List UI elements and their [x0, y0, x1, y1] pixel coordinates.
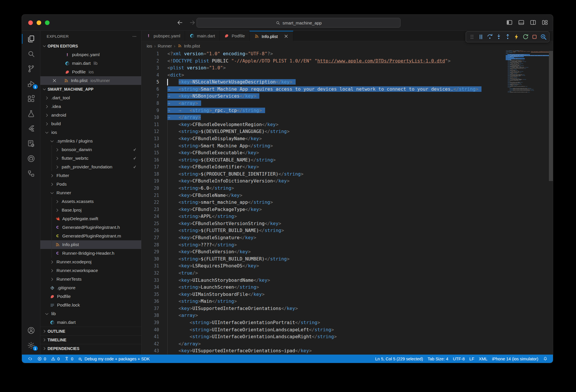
code-line[interactable]: 2<!DOCTYPE plist PUBLIC "-//Apple//DTD P…	[141, 58, 553, 65]
status-iphone[interactable]: iPhone 14 (ios simulator)	[490, 355, 541, 363]
tree-item-flutter_webrtc[interactable]: flutter_webrtc	[40, 154, 141, 163]
tree-item-GeneratedPluginRegistrant.m[interactable]: CGeneratedPluginRegistrant.m	[40, 232, 141, 240]
line-number[interactable]: 22	[141, 199, 159, 206]
forward-icon[interactable]	[189, 19, 196, 26]
code-line[interactable]: 6→ <string>Smart Machine App requires ac…	[141, 86, 553, 93]
line-number[interactable]: 33	[141, 277, 159, 284]
line-number[interactable]: 39	[141, 319, 159, 326]
line-number[interactable]: 7	[141, 93, 159, 100]
code-line[interactable]: 17 <key>CFBundleIdentifier</key>	[141, 163, 553, 171]
activity-item-flutter[interactable]	[22, 121, 40, 136]
line-number[interactable]: 31	[141, 262, 159, 270]
tree-item-AppDelegate.swift[interactable]: AppDelegate.swift	[40, 214, 141, 223]
code-editor[interactable]: 1<?xml version="1.0" encoding="UTF-8"?>2…	[141, 50, 553, 355]
tab-main.dart[interactable]: main.dart	[185, 31, 220, 41]
activity-item-account[interactable]	[22, 323, 40, 338]
tree-item-Flutter[interactable]: Flutter	[40, 171, 141, 180]
tree-item-Assets.xcassets[interactable]: Assets.xcassets	[40, 197, 141, 206]
line-number[interactable]: 35	[141, 291, 159, 298]
code-line[interactable]: 26 <string>$(FLUTTER_BUILD_NAME)</string…	[141, 227, 553, 234]
tree-item-lib[interactable]: lib	[40, 309, 141, 318]
activity-item-search[interactable]	[22, 46, 40, 61]
line-number[interactable]: 1	[141, 50, 159, 58]
line-number[interactable]: 8	[141, 100, 159, 107]
code-line[interactable]: 14 <string>Smart Machine App</string>	[141, 142, 553, 150]
code-line[interactable]: 18 <string>$(PRODUCT_BUNDLE_IDENTIFIER)<…	[141, 171, 553, 178]
status-bell[interactable]	[541, 355, 550, 363]
tree-item-android[interactable]: android	[40, 111, 141, 119]
section-dependencies[interactable]: DEPENDENCIES	[40, 344, 141, 353]
open-editor-main.dart[interactable]: main.dartlib	[40, 59, 141, 68]
status-remote[interactable]	[25, 355, 35, 363]
line-number[interactable]: 23	[141, 206, 159, 213]
code-line[interactable]: 23 <key>CFBundlePackageType</key>	[141, 206, 553, 213]
line-number[interactable]: 4	[141, 72, 159, 79]
step-out-button[interactable]	[503, 33, 512, 41]
line-number[interactable]: 25	[141, 220, 159, 227]
breadcrumb-item-Info.plist[interactable]: Info.plist	[177, 43, 200, 48]
toggle-split-icon[interactable]	[530, 19, 537, 26]
open-editor-Info.plist[interactable]: Info.plistios/Runner	[40, 76, 141, 85]
line-number[interactable]: 41	[141, 333, 159, 340]
tree-item-RunnerTests[interactable]: RunnerTests	[40, 275, 141, 283]
command-center-search[interactable]: smart_machine_app	[197, 18, 401, 28]
status-tab[interactable]: Tab Size: 4	[425, 355, 451, 363]
line-number[interactable]: 42	[141, 340, 159, 348]
code-line[interactable]: 41 <string>UIInterfaceOrientationLandsca…	[141, 333, 553, 340]
activity-item-files[interactable]	[22, 31, 40, 46]
project-header[interactable]: SMART_MACHINE_APP	[40, 85, 141, 94]
line-number[interactable]: 21	[141, 192, 159, 199]
tab-pubspec.yaml[interactable]: !pubspec.yaml	[141, 31, 185, 41]
tab-Podfile[interactable]: Podfile	[220, 31, 250, 41]
breadcrumb-item-Runner[interactable]: Runner	[158, 43, 172, 48]
line-number[interactable]: 19	[141, 178, 159, 185]
line-number[interactable]: 9	[141, 107, 159, 114]
tree-item-Runner-Bridging-Header.h[interactable]: CRunner-Bridging-Header.h	[40, 249, 141, 258]
line-number[interactable]: 37	[141, 305, 159, 312]
open-editor-Podfile[interactable]: Podfileios	[40, 68, 141, 76]
line-number[interactable]: 5	[141, 79, 159, 86]
tree-item-Base.lproj[interactable]: Base.lproj	[40, 206, 141, 214]
toggle-panel-icon[interactable]	[518, 19, 525, 26]
tree-item-Runner.xcodeproj[interactable]: Runner.xcodeproj	[40, 258, 141, 266]
code-line[interactable]: 24 <string>APPL</string>	[141, 213, 553, 220]
tree-item-path_provider_foundation[interactable]: path_provider_foundation	[40, 163, 141, 171]
line-number[interactable]: 29	[141, 248, 159, 256]
line-number[interactable]: 15	[141, 149, 159, 157]
status-lf[interactable]: LF	[467, 355, 477, 363]
activity-item-run-debug[interactable]: 1	[22, 76, 40, 91]
stop-button[interactable]	[530, 33, 539, 41]
status-ln[interactable]: Ln 5, Col 5 (229 selected)	[373, 355, 425, 363]
open-editors-header[interactable]: OPEN EDITORS	[40, 42, 141, 50]
tree-item-Runner.xcworkspace[interactable]: Runner.xcworkspace	[40, 266, 141, 275]
code-line[interactable]: 28 <string>????</string>	[141, 241, 553, 249]
status-debug[interactable]: Debug my code + packages + SDK	[75, 355, 152, 363]
section-outline[interactable]: OUTLINE	[40, 327, 141, 335]
code-line[interactable]: 10→ </array>	[141, 114, 553, 121]
line-number[interactable]: 17	[141, 163, 159, 171]
line-number[interactable]: 36	[141, 298, 159, 305]
minimap[interactable]: <?xml version="1.0" encoding="UTF-8"?><!…	[506, 50, 549, 355]
line-number[interactable]: 18	[141, 171, 159, 178]
line-number[interactable]: 20	[141, 185, 159, 192]
code-line[interactable]: 40 <string>UIInterfaceOrientationLandsca…	[141, 326, 553, 334]
code-line[interactable]: 32 <true/>	[141, 270, 553, 277]
tree-item-GeneratedPluginRegistrant.h[interactable]: CGeneratedPluginRegistrant.h	[40, 223, 141, 232]
line-number[interactable]: 26	[141, 227, 159, 234]
code-line[interactable]: 27 <key>CFBundleSignature</key>	[141, 234, 553, 241]
activity-item-references[interactable]	[22, 166, 40, 181]
code-line[interactable]: 16 <string>$(EXECUTABLE_NAME)</string>	[141, 157, 553, 164]
code-line[interactable]: 38 <array>	[141, 312, 553, 319]
code-line[interactable]: 9→ → <string>_rpc._tcp</string>	[141, 107, 553, 114]
customize-layout-icon[interactable]	[541, 19, 548, 26]
step-into-button[interactable]	[494, 33, 503, 41]
code-line[interactable]: 5 <key>NSLocalNetworkUsageDescription</k…	[141, 79, 553, 86]
code-line[interactable]: 13 <key>CFBundleDisplayName</key>	[141, 135, 553, 142]
code-line[interactable]: 11 <key>CFBundleDevelopmentRegion</key>	[141, 121, 553, 128]
line-number[interactable]: 28	[141, 241, 159, 249]
line-number[interactable]: 12	[141, 128, 159, 135]
line-number[interactable]: 43	[141, 347, 159, 355]
tree-item-build[interactable]: build	[40, 119, 141, 128]
line-number[interactable]: 14	[141, 142, 159, 150]
line-number[interactable]: 3	[141, 64, 159, 72]
